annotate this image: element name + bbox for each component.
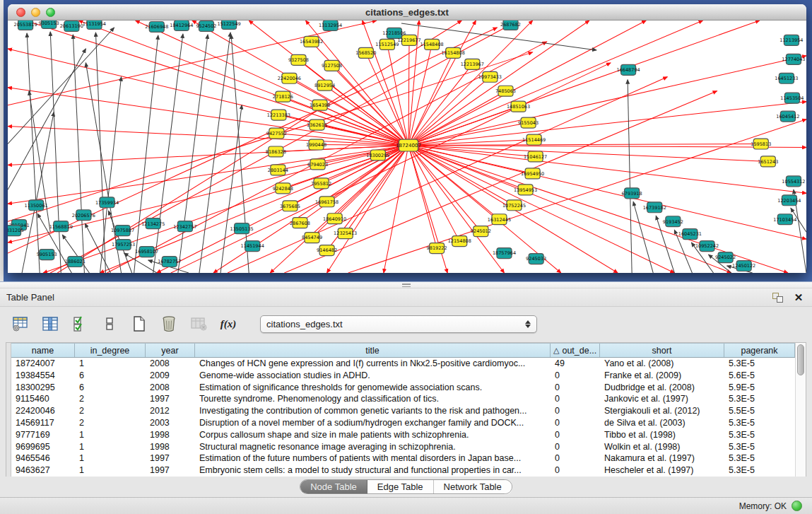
- table-cell[interactable]: 18724007: [11, 358, 75, 370]
- table-cell[interactable]: 1: [75, 429, 146, 441]
- graph-node[interactable]: 12154808: [448, 236, 471, 247]
- table-cell[interactable]: Estimation of significance thresholds fo…: [195, 382, 551, 394]
- table-cell[interactable]: 0: [551, 417, 600, 429]
- table-cell[interactable]: 0: [551, 429, 600, 441]
- graph-node[interactable]: 12450122: [732, 261, 755, 271]
- table-cell[interactable]: 22420046: [11, 405, 75, 417]
- graph-node[interactable]: 11453504: [780, 93, 804, 103]
- table-cell[interactable]: 9777169: [11, 429, 75, 441]
- panel-resize-handle[interactable]: [402, 284, 411, 287]
- table-cell[interactable]: 2009: [146, 370, 195, 382]
- table-cell[interactable]: 9465546: [11, 452, 75, 465]
- table-cell[interactable]: 6: [75, 370, 146, 382]
- graph-node[interactable]: 22420046: [278, 73, 301, 83]
- graph-node[interactable]: 9427552: [266, 128, 287, 139]
- table-cell[interactable]: Corpus callosum shape and size in male p…: [195, 429, 551, 441]
- graph-node[interactable]: 12213967: [461, 59, 484, 69]
- graph-node[interactable]: 16648794: [617, 64, 640, 75]
- table-cell[interactable]: 5.3E-5: [724, 452, 795, 465]
- table-cell[interactable]: Tibbo et al. (1998): [600, 429, 724, 441]
- column-header-short[interactable]: short: [600, 344, 724, 357]
- graph-node[interactable]: 11512549: [375, 39, 399, 49]
- graph-node[interactable]: 10752245: [502, 200, 526, 211]
- graph-node[interactable]: 20613190: [60, 21, 83, 31]
- table-cell[interactable]: 0: [551, 393, 600, 405]
- table-cell[interactable]: 0: [551, 370, 600, 382]
- column-header-in_degree[interactable]: in_degree: [75, 344, 146, 357]
- table-cell[interactable]: 19384554: [11, 370, 75, 382]
- graph-node[interactable]: 20206576: [72, 210, 95, 221]
- panel-divider[interactable]: [0, 281, 812, 288]
- graph-node[interactable]: 10952242: [695, 241, 719, 252]
- table-cell[interactable]: 2008: [146, 358, 195, 370]
- table-cell[interactable]: 2003: [146, 417, 195, 429]
- table-row[interactable]: 1830029562008Estimation of significance …: [11, 382, 795, 394]
- table-cell[interactable]: 1997: [146, 393, 195, 405]
- table-cell[interactable]: Disruption of a novel member of a sodium…: [195, 417, 551, 429]
- graph-node[interactable]: 10973433: [478, 71, 502, 82]
- graph-node[interactable]: 11131954: [83, 21, 106, 29]
- table-cell[interactable]: 0: [551, 405, 600, 417]
- network-view-window[interactable]: citations_edges.txt 20553819930515320613…: [8, 4, 806, 273]
- graph-node[interactable]: 2803144: [268, 165, 288, 175]
- table-cell[interactable]: de Silva et al. (2003): [600, 417, 724, 429]
- graph-node[interactable]: 1990448: [306, 139, 326, 150]
- graph-node[interactable]: 2867608: [290, 218, 310, 228]
- table-row[interactable]: 1938455462009Genome-wide association stu…: [11, 370, 795, 382]
- table-cell[interactable]: 1997: [146, 465, 195, 477]
- table-cell[interactable]: Franke et al. (2009): [600, 370, 724, 382]
- graph-node[interactable]: 18724007: [396, 139, 421, 151]
- tab-node-table[interactable]: Node Table: [300, 480, 367, 493]
- graph-node[interactable]: 11548408: [420, 39, 444, 49]
- graph-node[interactable]: 5905153: [37, 250, 57, 260]
- table-mode-icon[interactable]: [10, 313, 31, 334]
- table-cell[interactable]: 9463627: [11, 465, 75, 477]
- table-cell[interactable]: Estimation of the future numbers of pati…: [195, 452, 551, 465]
- table-cell[interactable]: 5.6E-5: [724, 370, 795, 382]
- function-builder-icon[interactable]: f(x): [218, 313, 239, 334]
- table-row[interactable]: 977716911998Corpus callosum shape and si…: [11, 429, 795, 441]
- graph-node[interactable]: 9146482: [317, 245, 337, 256]
- window-titlebar[interactable]: citations_edges.txt: [8, 4, 806, 21]
- table-row[interactable]: 1456911722003Disruption of a novel membe…: [11, 417, 795, 429]
- graph-node[interactable]: 9245033: [526, 254, 546, 264]
- graph-node[interactable]: 18757964: [493, 248, 516, 259]
- table-row[interactable]: 2242004622012Investigating the contribut…: [11, 405, 795, 417]
- tab-network-table[interactable]: Network Table: [434, 480, 512, 493]
- table-cell[interactable]: 9699695: [11, 441, 75, 453]
- table-cell[interactable]: 5.3E-5: [724, 465, 795, 477]
- graph-node[interactable]: 11568819: [49, 221, 73, 232]
- graph-node[interactable]: 11350061: [25, 200, 48, 211]
- table-cell[interactable]: 2: [75, 405, 146, 417]
- table-cell[interactable]: 1998: [146, 441, 195, 453]
- graph-node[interactable]: 11514469: [522, 134, 546, 145]
- graph-node[interactable]: 16312445: [488, 214, 511, 225]
- graph-node[interactable]: 16543982: [300, 36, 323, 47]
- graph-node[interactable]: 6794023: [307, 159, 328, 170]
- graph-node[interactable]: 11213954: [779, 35, 803, 45]
- table-cell[interactable]: Jankovic et al. (1997): [600, 393, 724, 405]
- graph-node[interactable]: 9524502: [196, 21, 216, 31]
- graph-node[interactable]: 18412964: [170, 21, 193, 30]
- table-cell[interactable]: 5.3E-5: [724, 358, 795, 370]
- select-rows-icon[interactable]: [69, 313, 90, 334]
- column-header-year[interactable]: year: [146, 344, 195, 357]
- graph-node[interactable]: 9193452: [663, 216, 683, 227]
- graph-node[interactable]: 17359934: [95, 197, 119, 208]
- graph-node[interactable]: 2718126: [273, 91, 293, 102]
- graph-node[interactable]: 20553819: [13, 21, 37, 30]
- graph-node[interactable]: 21606948: [145, 21, 168, 32]
- table-cell[interactable]: 2008: [146, 382, 195, 394]
- graph-node[interactable]: 11046127: [524, 151, 547, 162]
- graph-node[interactable]: 12342757: [173, 221, 196, 232]
- table-cell[interactable]: 5.9E-5: [724, 382, 795, 394]
- table-cell[interactable]: Structural magnetic resonance image aver…: [195, 441, 551, 453]
- graph-node[interactable]: 17957253: [112, 240, 135, 250]
- graph-node[interactable]: 9242848: [273, 183, 293, 194]
- graph-node[interactable]: 9305153: [39, 21, 59, 28]
- table-cell[interactable]: 1: [75, 465, 146, 477]
- graph-node[interactable]: 1362615: [307, 119, 327, 130]
- table-cell[interactable]: 1997: [146, 452, 195, 465]
- table-cell[interactable]: Investigating the contribution of common…: [195, 405, 551, 417]
- delete-entries-icon[interactable]: [158, 313, 180, 334]
